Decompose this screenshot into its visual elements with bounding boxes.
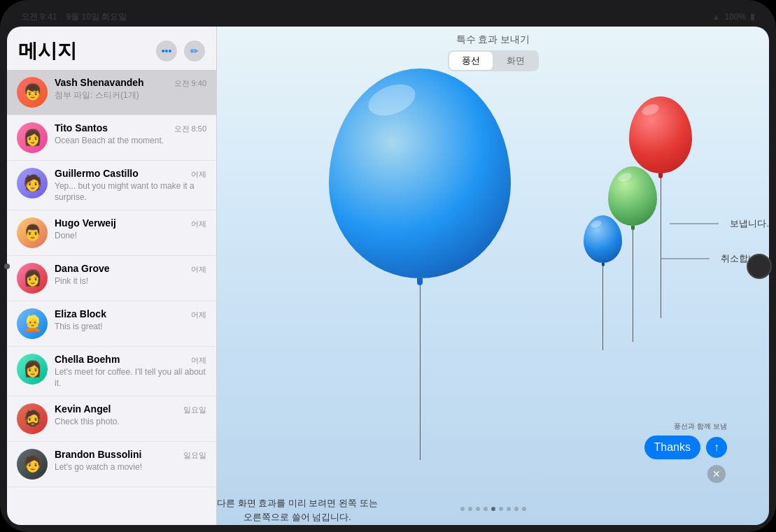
dot-3 — [484, 507, 488, 511]
send-annotation-text: 보냅니다. — [730, 217, 769, 230]
balloon-blue-body — [329, 69, 511, 278]
balloon-red-string — [661, 178, 661, 318]
conv-content-hugo: Hugo Verweij 어제 Done! — [55, 217, 206, 242]
conv-time-chella: 어제 — [191, 355, 206, 366]
side-dot — [4, 264, 10, 269]
status-bar: 오전 9:41 9월 10일 화요일 ▲ 100% ▮ — [7, 7, 769, 27]
balloon-red-knot — [658, 173, 663, 178]
conversation-item-eliza[interactable]: 👱 Eliza Block 어제 This is great! — [7, 301, 216, 347]
balloon-red-body — [629, 96, 692, 173]
more-button[interactable]: ••• — [156, 41, 177, 62]
conversation-item-tito[interactable]: 👩 Tito Santos 오전 8:50 Ocean Beach at the… — [7, 115, 216, 161]
avatar-tito: 👩 — [17, 122, 48, 153]
conv-time-tito: 오전 8:50 — [174, 124, 206, 134]
conv-preview-guillermo: Yep... but you might want to make it a s… — [55, 181, 206, 203]
ipad-frame: 오전 9:41 9월 10일 화요일 ▲ 100% ▮ 메시지 ••• ✏ — [0, 0, 776, 532]
status-time: 오전 9:41 9월 10일 화요일 — [21, 11, 127, 23]
effect-header: 특수 효과 보내기 풍선화면 — [448, 34, 539, 71]
conv-time-guillermo: 어제 — [191, 169, 206, 180]
balloon-small-blue-body — [584, 215, 622, 263]
cancel-button[interactable]: ✕ — [707, 465, 726, 483]
sidebar-title: 메시지 — [18, 38, 77, 64]
conv-top-chella: Chella Boehm 어제 — [55, 354, 206, 366]
conv-name-tito: Tito Santos — [55, 122, 108, 134]
swipe-annotation: 다른 화면 효과를 미리 보려면 왼쪽 또는오른쪽으로 쓸어 넘깁니다. — [217, 496, 378, 524]
dot-4 — [491, 507, 495, 511]
conv-top-tito: Tito Santos 오전 8:50 — [55, 122, 206, 134]
conv-name-eliza: Eliza Block — [55, 308, 106, 319]
effect-tab-0[interactable]: 풍선 — [449, 52, 493, 70]
conv-time-hugo: 어제 — [191, 219, 206, 229]
balloon-small-blue-string — [602, 266, 603, 350]
home-button[interactable] — [747, 254, 772, 279]
conv-content-brandon: Brandon Bussolini 일요일 Let's go watch a m… — [55, 449, 206, 473]
conv-time-eliza: 어제 — [191, 310, 206, 320]
dot-5 — [499, 507, 503, 511]
time-display: 오전 9:41 — [21, 12, 57, 22]
battery-icon: ▮ — [750, 12, 755, 22]
conversation-item-chella[interactable]: 👩 Chella Boehm 어제 Let's meet for coffee.… — [7, 347, 216, 396]
conv-content-kevin: Kevin Angel 일요일 Check this photo. — [55, 403, 206, 428]
conv-preview-eliza: This is great! — [55, 322, 206, 333]
date-display: 9월 10일 화요일 — [66, 12, 127, 22]
chat-area: 특수 효과 보내기 풍선화면 — [217, 27, 769, 525]
compose-icon: ✏ — [190, 45, 199, 57]
more-icon: ••• — [162, 45, 172, 57]
dot-6 — [507, 507, 511, 511]
conv-top-hugo: Hugo Verweij 어제 — [55, 217, 206, 229]
conv-content-chella: Chella Boehm 어제 Let's meet for coffee. I… — [55, 354, 206, 389]
conv-top-kevin: Kevin Angel 일요일 — [55, 403, 206, 415]
main-layout: 메시지 ••• ✏ 👦 Vash Shenavandeh 오전 9: — [7, 27, 769, 525]
balloon-blue-string — [420, 285, 421, 460]
conversation-item-dana[interactable]: 👩 Dana Grove 어제 Pink it is! — [7, 256, 216, 301]
avatar-chella: 👩 — [17, 354, 48, 384]
conv-preview-hugo: Done! — [55, 231, 206, 242]
send-annotation-line — [670, 217, 726, 231]
conv-content-guillermo: Guillermo Castillo 어제 Yep... but you mig… — [55, 168, 206, 203]
conv-content-eliza: Eliza Block 어제 This is great! — [55, 308, 206, 333]
avatar-vash: 👦 — [17, 77, 48, 108]
send-annotation: 보냅니다. — [670, 217, 769, 231]
conv-name-vash: Vash Shenavandeh — [55, 77, 144, 88]
conv-top-brandon: Brandon Bussolini 일요일 — [55, 449, 206, 461]
conv-preview-kevin: Check this photo. — [55, 417, 206, 428]
wifi-icon: ▲ — [712, 12, 720, 22]
conv-time-dana: 어제 — [191, 264, 206, 275]
send-with-label: 풍선과 함께 보냄 — [674, 422, 727, 431]
status-right: ▲ 100% ▮ — [712, 12, 755, 22]
battery-percent: 100% — [724, 12, 746, 22]
send-button[interactable]: ↑ — [706, 437, 727, 458]
avatar-guillermo: 🧑 — [17, 168, 48, 199]
conversation-item-guillermo[interactable]: 🧑 Guillermo Castillo 어제 Yep... but you m… — [7, 161, 216, 210]
conv-preview-tito: Ocean Beach at the moment. — [55, 136, 206, 147]
conversation-item-hugo[interactable]: 👨 Hugo Verweij 어제 Done! — [7, 210, 216, 256]
message-bubble: Thanks — [644, 436, 700, 459]
avatar-eliza: 👱 — [17, 308, 48, 339]
avatar-kevin: 🧔 — [17, 403, 48, 434]
conv-preview-brandon: Let's go watch a movie! — [55, 462, 206, 473]
message-bubble-row: Thanks ↑ — [644, 436, 727, 459]
conv-time-kevin: 일요일 — [183, 405, 206, 415]
swipe-annotation-text: 다른 화면 효과를 미리 보려면 왼쪽 또는오른쪽으로 쓸어 넘깁니다. — [217, 498, 378, 522]
conv-top-vash: Vash Shenavandeh 오전 9:40 — [55, 77, 206, 89]
effect-title: 특수 효과 보내기 — [448, 34, 539, 46]
effect-tab-1[interactable]: 화면 — [494, 52, 537, 70]
conv-content-vash: Vash Shenavandeh 오전 9:40 첨부 파일: 스티커(1개) — [55, 77, 206, 101]
dot-8 — [522, 507, 526, 511]
balloon-blue-knot — [417, 278, 423, 285]
conv-top-guillermo: Guillermo Castillo 어제 — [55, 168, 206, 180]
balloon-blue-large — [329, 69, 511, 292]
conv-time-brandon: 일요일 — [183, 450, 206, 461]
avatar-dana: 👩 — [17, 263, 48, 294]
sidebar-header: 메시지 ••• ✏ — [7, 27, 216, 70]
avatar-hugo: 👨 — [17, 217, 48, 248]
conversation-list: 👦 Vash Shenavandeh 오전 9:40 첨부 파일: 스티커(1개… — [7, 70, 216, 525]
compose-button[interactable]: ✏ — [184, 41, 205, 62]
conv-name-dana: Dana Grove — [55, 263, 110, 274]
conversation-item-brandon[interactable]: 🧑 Brandon Bussolini 일요일 Let's go watch a… — [7, 442, 216, 487]
conversation-item-vash[interactable]: 👦 Vash Shenavandeh 오전 9:40 첨부 파일: 스티커(1개… — [7, 70, 216, 115]
message-area: 풍선과 함께 보냄 Thanks ↑ ✕ — [644, 422, 727, 483]
conv-name-chella: Chella Boehm — [55, 354, 120, 365]
conversation-item-kevin[interactable]: 🧔 Kevin Angel 일요일 Check this photo. — [7, 396, 216, 442]
cancel-annotation-line — [661, 252, 717, 266]
